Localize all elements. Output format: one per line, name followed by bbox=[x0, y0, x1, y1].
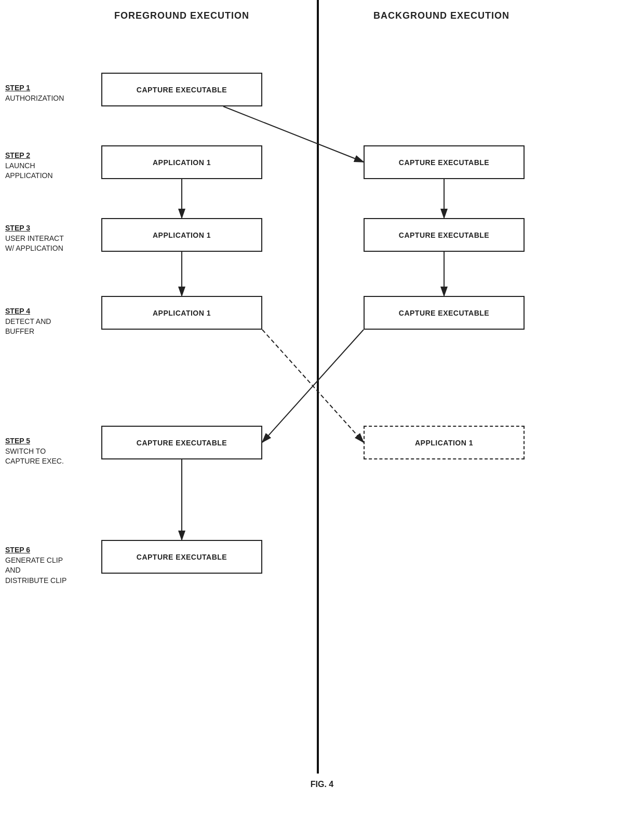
step3-label: STEP 3 USER INTERACTW/ APPLICATION bbox=[5, 223, 88, 254]
divider bbox=[317, 0, 319, 774]
step5-label: STEP 5 SWITCH TOCAPTURE EXEC. bbox=[5, 436, 88, 467]
box-fg1: CAPTURE EXECUTABLE bbox=[101, 73, 262, 106]
diagram-container: FOREGROUND EXECUTION BACKGROUND EXECUTIO… bbox=[0, 0, 644, 799]
svg-line-7 bbox=[262, 330, 364, 442]
step4-label: STEP 4 DETECT ANDBUFFER bbox=[5, 306, 88, 337]
box-bg3: CAPTURE EXECUTABLE bbox=[364, 218, 525, 252]
box-fg5: CAPTURE EXECUTABLE bbox=[101, 426, 262, 459]
box-bg2: CAPTURE EXECUTABLE bbox=[364, 145, 525, 179]
box-fg4: APPLICATION 1 bbox=[101, 296, 262, 330]
background-header: BACKGROUND EXECUTION bbox=[364, 10, 519, 21]
svg-line-8 bbox=[262, 330, 364, 442]
figure-caption: FIG. 4 bbox=[311, 780, 333, 789]
box-fg2: APPLICATION 1 bbox=[101, 145, 262, 179]
step2-label: STEP 2 LAUNCHAPPLICATION bbox=[5, 151, 88, 181]
step6-label: STEP 6 GENERATE CLIPANDDISTRIBUTE CLIP bbox=[5, 545, 88, 586]
box-bg5: APPLICATION 1 bbox=[364, 426, 525, 459]
box-bg4: CAPTURE EXECUTABLE bbox=[364, 296, 525, 330]
foreground-header: FOREGROUND EXECUTION bbox=[104, 10, 260, 21]
box-fg3: APPLICATION 1 bbox=[101, 218, 262, 252]
arrows-svg bbox=[0, 0, 644, 799]
box-fg6: CAPTURE EXECUTABLE bbox=[101, 540, 262, 574]
step1-label: STEP 1 AUTHORIZATION bbox=[5, 83, 88, 103]
